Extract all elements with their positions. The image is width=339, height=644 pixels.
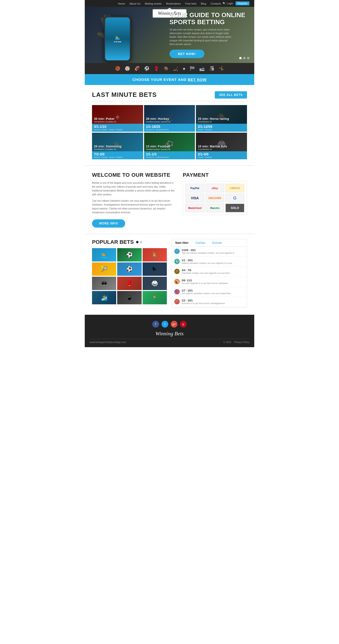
pop-img-soccer3[interactable]: ⚽ [117,262,142,276]
payment-ebay[interactable]: eBay [206,184,224,192]
popular-bet-bowling[interactable]: 🎳 3/6· 11/1 Est usus legentis in iis qui… [172,277,247,287]
nav-home[interactable]: Home [118,2,125,5]
pop-img-skiing[interactable]: ⛷ [142,262,167,276]
popular-bet-basketball[interactable]: 🏀 1/7 · 10/1 Von habent claritatem insit… [172,287,247,297]
popular-dots [136,241,142,243]
pop-bet-basketball-desc: Von habent claritatem insitam; est usus … [182,292,230,295]
popular-bets-header: POPULAR BETS [92,239,167,245]
more-info-button[interactable]: MORE INFO [92,219,125,228]
pop-bet-horse-odds: 3/4 · 7/6 [182,269,230,272]
see-all-bets-button[interactable]: SEE ALL BETS [215,91,247,98]
facebook-icon[interactable]: f [152,321,159,328]
popular-bet-list: 🏊 1/100 · 10/1 Typi non habent claritate… [172,247,247,307]
bet-card-hockey[interactable]: 🏒 28 min: Hockey Mediterranean Games W 1… [144,105,195,132]
payment-solo[interactable]: SOLO [226,204,244,212]
register-link[interactable]: Register [236,2,250,5]
bet-card-football[interactable]: ⚽ 13 min: Football Mediterranean Games W… [144,133,195,159]
payment-paypal[interactable]: PayPal [186,184,204,192]
payment-title: PAYMENT [183,172,247,178]
pop-img-fight[interactable]: 🥊 [117,277,142,290]
popular-bet-soccer[interactable]: ⚽ 1/1 · 10/1 Habent claritatem insitam; … [172,257,247,267]
last-minute-header: LAST MINUTE BETS SEE ALL BETS [92,91,247,102]
nav-contacts[interactable]: Contacts [210,2,221,5]
login-link[interactable]: 🔍 Login [222,2,233,5]
hero-dot-1[interactable] [239,57,242,59]
pop-img-phone2[interactable]: 📱 [117,291,142,304]
sport-cards-icon[interactable]: ♠ [183,66,185,71]
welcome-title: WELCOME TO OUR WEBSITE [92,172,176,178]
payment-discover[interactable]: DISCOVER [206,194,224,202]
payment-visa[interactable]: VISA [186,194,204,202]
tab-nam-liber[interactable]: Nam liber [172,239,192,246]
sport-baseball-icon[interactable]: ⚾ [125,66,130,71]
sport-ski-icon[interactable]: 🎿 [199,66,204,71]
bet-event-poker: Wimbledon Doubles W [94,120,141,123]
bet-card-poker[interactable]: ♠ 30 min: Poker Wimbledon Doubles W 5/1-… [92,105,143,132]
tab-duisute[interactable]: Duisute [208,239,225,246]
bet-event-martial: Fuimblodon M [198,148,245,150]
welcome-column: WELCOME TO OUR WEBSITE Betsite is one of… [92,172,176,228]
popular-bets-right: Nam liber Claritas Duisute 🏊 1/100 · 10/… [172,239,247,308]
hero-dot-2[interactable] [243,57,246,59]
footer-logo: Winning Bets [90,330,250,337]
popular-images-grid: 🏊 ⚽ 🚴 🎾 ⚽ ⛷ 🕶 🥊 🥋 🏄 📱 🏃 [92,248,167,304]
bet-card-swimming[interactable]: 🏊 26 min: Swimming Wimbledon Doubles W 7… [92,133,143,159]
pop-img-team[interactable]: 🏃 [142,291,167,304]
sport-bowling-icon[interactable]: 🎳 [209,66,214,71]
nav-free-bets[interactable]: Free bets [185,2,196,5]
sport-horse-icon[interactable]: 🏇 [164,66,169,71]
payment-cirrus[interactable]: CIRRUS [226,184,244,192]
pop-bet-racing-text: 1/2 · 10/1 Dorentis in iis qui facit eor… [182,299,225,305]
nav-blog[interactable]: Blog [201,2,206,5]
twitter-icon[interactable]: t [162,321,168,328]
phone-home-button [119,62,124,63]
bet-event-swimming: Wimbledon Doubles W [94,148,141,150]
popular-bet-horse[interactable]: 🏇 3/4 · 7/6 Claritatem insitam; est usus… [172,267,247,277]
nav-about[interactable]: About Us [130,2,140,5]
hero-phone-mockup: 🏊 4:20 AM [104,16,138,63]
sport-racing-icon[interactable]: 🏁 [190,66,195,71]
payment-maestro[interactable]: Maestro [206,204,224,212]
pop-bet-swim-text: 1/100 · 10/1 Typi non habent claritatem … [182,249,234,255]
pop-img-swim[interactable]: 🏊 [92,248,116,262]
footer-social: f t g+ p [90,321,250,328]
nav-bookmakers[interactable]: Bookmakers [166,2,181,5]
payment-google[interactable]: G [226,194,244,202]
nav-auth: 🔍 Login Register [222,2,250,5]
pop-img-boxing[interactable]: 🥋 [142,277,167,290]
cta-link[interactable]: BET NOW [188,78,206,82]
pop-img-tennis[interactable]: 🎾 [92,262,116,276]
bet-card-content-hockey: 28 min: Hockey Mediterranean Games W 1/1… [144,116,195,132]
sport-basketball-icon[interactable]: 🏀 [115,66,120,71]
sport-hockey-icon[interactable]: 🏒 [173,66,178,71]
pop-img-sunglasses[interactable]: 🕶 [92,277,116,290]
popular-bet-racing[interactable]: 🏁 1/2 · 10/1 Dorentis in iis qui facit e… [172,297,247,307]
hero-dot-3[interactable] [247,57,250,59]
pop-bet-swim-icon: 🏊 [174,249,180,254]
bet-time-poker: 30 min: Poker [94,117,141,120]
bet-card-horse[interactable]: 🏇 25 min: Horse racing Fuimblodon M 2/1-… [196,105,247,132]
bet-odds-horse: 2/1-12/09 [198,125,245,128]
googleplus-icon[interactable]: g+ [171,321,178,328]
sport-gymnastics-icon[interactable]: 🤸 [219,66,224,71]
tab-claritas[interactable]: Claritas [192,239,209,246]
bet-card-martial[interactable]: 🥋 10 min: Martial Arts Fuimblodon M 2/1-… [196,133,247,159]
pop-img-sports1[interactable]: 🏄 [92,291,116,304]
popular-bet-swimming[interactable]: 🏊 1/100 · 10/1 Typi non habent claritate… [172,247,247,257]
sport-boxing-icon[interactable]: 🥊 [154,66,159,71]
bet-now-button[interactable]: BET NOW! [170,50,204,58]
pop-img-bg-boxing: 🥋 [142,277,167,290]
sport-football-icon[interactable]: 🏈 [134,66,140,71]
bet-odds-bar-martial: 2/1-0/0 Howitt · Roddick [196,151,247,159]
pop-bet-soccer-text: 1/1 · 10/1 Habent claritatem insitam; es… [182,259,232,265]
nav-betting-events[interactable]: Betting events [145,2,162,5]
privacy-policy-link[interactable]: Privacy Policy [234,341,250,344]
pop-img-cycling[interactable]: 🚴 [142,248,167,262]
pop-bet-bowling-icon: 🎳 [174,279,180,284]
sport-soccer-icon[interactable]: ⚽ [144,66,150,71]
popular-dot-2[interactable] [140,241,142,243]
pinterest-icon[interactable]: p [180,321,187,328]
pop-img-soccer2[interactable]: ⚽ [117,248,142,262]
popular-dot-1[interactable] [136,241,138,243]
payment-mastercard[interactable]: MasterCard [186,204,204,212]
